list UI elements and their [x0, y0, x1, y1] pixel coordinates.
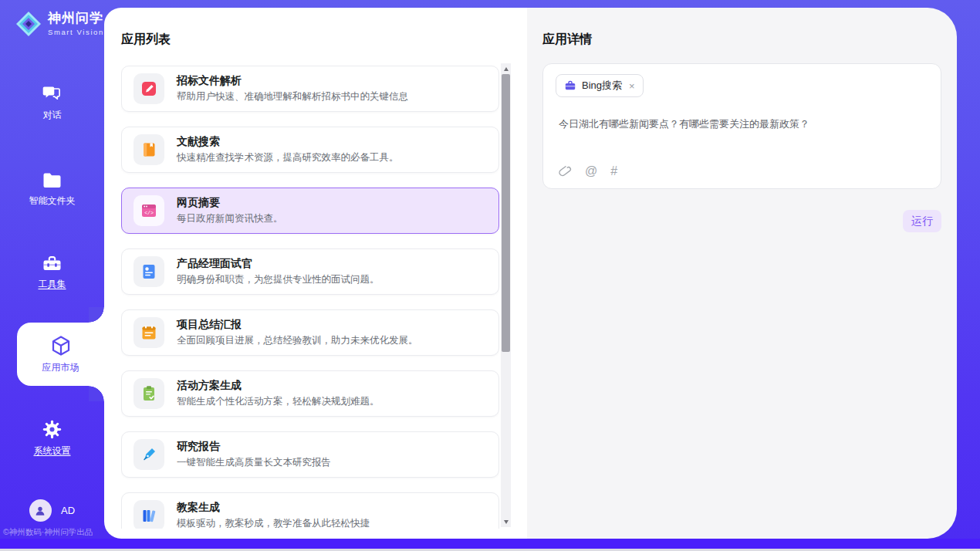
avatar[interactable]: [29, 499, 52, 522]
user-initials: AD: [61, 505, 75, 516]
sidebar-item-settings[interactable]: 系统设置: [0, 419, 104, 458]
folder-icon: [42, 171, 63, 190]
cube-icon: [49, 334, 73, 357]
app-card-title: 文献搜索: [177, 134, 399, 150]
brand-logo: 神州问学 Smart Vision: [15, 11, 104, 37]
question-text[interactable]: 今日湖北有哪些新闻要点？有哪些需要关注的最新政策？: [559, 117, 922, 132]
app-card-title: 研究报告: [177, 439, 331, 455]
app-card-literature-search[interactable]: 文献搜索 快速精准查找学术资源，提高研究效率的必备工具。: [121, 127, 499, 173]
app-detail-title: 应用详情: [542, 32, 592, 48]
app-card-title: 网页摘要: [177, 195, 283, 211]
sidebar-item-label: 应用市场: [42, 361, 79, 374]
sidebar-item-toolset[interactable]: 工具集: [0, 254, 104, 291]
person-icon: [33, 504, 47, 518]
edit-doc-icon: [140, 79, 158, 98]
sidebar-item-chat[interactable]: 对话: [0, 85, 104, 122]
app-card-title: 活动方案生成: [177, 378, 380, 394]
ink-pen-icon: [140, 445, 158, 464]
app-card-research-report[interactable]: 研究报告 一键智能生成高质量长文本研究报告: [121, 431, 499, 478]
book-icon: [140, 140, 158, 159]
app-card-desc: 模板驱动，教案秒成，教学准备从此轻松快捷: [177, 516, 370, 529]
app-card-title: 产品经理面试官: [177, 256, 380, 272]
triangle-down-icon: [504, 520, 509, 524]
prompt-toolbar: @ #: [558, 164, 617, 178]
app-list: 招标文件解析 帮助用户快速、准确地理解和解析招标书中的关键信息 文献搜索: [121, 66, 499, 529]
app-card-title: 教案生成: [177, 500, 370, 516]
app-list-title: 应用列表: [121, 32, 171, 48]
sidebar: 神州问学 Smart Vision 对话 智能文件夹: [0, 0, 104, 539]
run-button[interactable]: 运行: [903, 210, 941, 232]
at-icon[interactable]: @: [585, 165, 597, 177]
bottom-strip: [0, 539, 980, 551]
sidebar-item-app-market[interactable]: 应用市场: [17, 323, 104, 386]
sidebar-item-label: 工具集: [0, 278, 104, 291]
app-card-web-summary[interactable]: </> 网页摘要 每日政府新闻资讯快查。: [121, 188, 499, 234]
brand-diamond-icon: [15, 11, 42, 37]
sidebar-item-label: 智能文件夹: [0, 194, 104, 208]
app-card-desc: 明确身份和职责，为您提供专业性的面试问题。: [177, 272, 380, 287]
chat-icon: [42, 85, 63, 104]
triangle-up-icon: [504, 67, 509, 71]
scroll-up-button[interactable]: [501, 63, 511, 74]
books-icon: [140, 506, 158, 525]
app-card-desc: 一键智能生成高质量长文本研究报告: [177, 455, 331, 470]
app-card-event-plan[interactable]: 活动方案生成 智能生成个性化活动方案，轻松解决规划难题。: [121, 370, 499, 417]
close-icon[interactable]: ×: [629, 80, 635, 92]
sidebar-item-label: 系统设置: [0, 445, 104, 458]
calendar-note-icon: [140, 323, 158, 342]
hash-icon[interactable]: #: [610, 165, 617, 177]
app-card-desc: 全面回顾项目进展，总结经验教训，助力未来优化发展。: [177, 333, 418, 348]
app-list-panel: 应用列表 招标文件解析 帮助用户快速、准确地理解和解析招标书中的关键信息: [104, 8, 527, 539]
scrollbar[interactable]: [501, 63, 511, 527]
sidebar-item-smart-folder[interactable]: 智能文件夹: [0, 171, 104, 208]
tool-tag-bing-search[interactable]: Bing搜索 ×: [556, 74, 644, 97]
user-profile: AD: [0, 499, 104, 522]
app-card-desc: 每日政府新闻资讯快查。: [177, 211, 283, 226]
web-window-icon: </>: [140, 201, 158, 220]
svg-text:</>: </>: [144, 211, 154, 216]
toolbox-icon: [42, 254, 63, 273]
clipboard-check-icon: [140, 384, 158, 403]
app-card-lesson-plan[interactable]: 教案生成 模板驱动，教案秒成，教学准备从此轻松快捷: [121, 492, 499, 529]
brand-name: 神州问学: [48, 12, 104, 26]
scrollbar-thumb[interactable]: [502, 74, 510, 352]
tool-tag-label: Bing搜索: [582, 79, 622, 93]
sidebar-item-label: 对话: [0, 109, 104, 122]
gear-icon: [42, 419, 63, 440]
main-page: 应用列表 招标文件解析 帮助用户快速、准确地理解和解析招标书中的关键信息: [104, 8, 957, 539]
app-card-desc: 智能生成个性化活动方案，轻松解决规划难题。: [177, 394, 380, 409]
app-card-title: 项目总结汇报: [177, 317, 418, 333]
resume-icon: [140, 262, 158, 281]
app-card-desc: 帮助用户快速、准确地理解和解析招标书中的关键信息: [177, 90, 408, 104]
sidebar-footer: ©神州数码·神州问学出品: [3, 527, 104, 538]
app-detail-panel: 应用详情 Bing搜索 × 今日湖北有哪些新闻要点？有哪些需要关注的最新政策？: [527, 8, 957, 539]
scroll-down-button[interactable]: [501, 516, 511, 527]
app-card-tender-analysis[interactable]: 招标文件解析 帮助用户快速、准确地理解和解析招标书中的关键信息: [121, 66, 499, 112]
app-card-project-summary[interactable]: 项目总结汇报 全面回顾项目进展，总结经验教训，助力未来优化发展。: [121, 309, 499, 356]
app-card-pm-interviewer[interactable]: 产品经理面试官 明确身份和职责，为您提供专业性的面试问题。: [121, 248, 499, 295]
prompt-card: Bing搜索 × 今日湖北有哪些新闻要点？有哪些需要关注的最新政策？ @ #: [542, 63, 941, 189]
briefcase-icon: [564, 79, 576, 92]
app-card-title: 招标文件解析: [177, 73, 408, 89]
brand-subtitle: Smart Vision: [48, 28, 104, 36]
app-card-desc: 快速精准查找学术资源，提高研究效率的必备工具。: [177, 150, 399, 165]
paperclip-icon[interactable]: [558, 164, 572, 178]
